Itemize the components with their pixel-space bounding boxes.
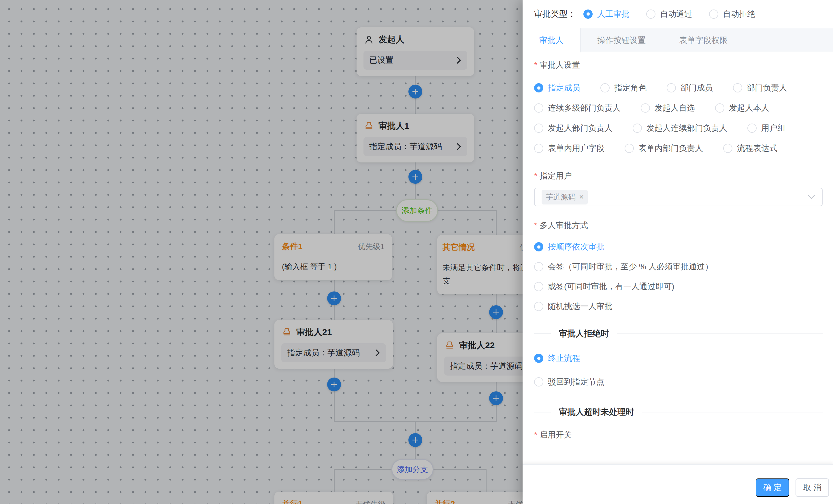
user-tag: 芋道源码 × [542, 190, 588, 204]
tag-close-icon[interactable]: × [579, 193, 584, 201]
radio-dot [625, 144, 634, 153]
radio-dept-leader[interactable]: 部门负责人 [733, 82, 787, 93]
radio-dot [646, 9, 656, 19]
radio-dot [584, 9, 593, 19]
approval-type-options: 人工审批 自动通过 自动拒绝 [584, 9, 755, 20]
radio-process-expression[interactable]: 流程表达式 [723, 143, 777, 154]
section-title: 审批人拒绝时 [559, 328, 609, 339]
approver-setting-label: 审批人设置 [534, 59, 823, 71]
confirm-button[interactable]: 确 定 [756, 478, 789, 497]
radio-form-dept-leader[interactable]: 表单内部门负责人 [625, 143, 703, 154]
approval-type-label: 审批类型： [534, 8, 576, 20]
radio-initiator-consecutive-dept-leader[interactable]: 发起人连续部门负责人 [633, 123, 727, 134]
radio-dot [534, 282, 543, 291]
radio-return-to-node[interactable]: 驳回到指定节点 [534, 376, 823, 387]
panel-footer: 确 定 取 消 [523, 464, 833, 504]
divider-line [642, 412, 823, 412]
approver-setting-row: 连续多级部门负责人 发起人自选 发起人本人 [534, 103, 823, 114]
radio-designated-member[interactable]: 指定成员 [534, 82, 580, 93]
panel-tabs: 审批人 操作按钮设置 表单字段权限 [523, 28, 833, 52]
radio-dot [534, 302, 543, 311]
tab-form-field-permission[interactable]: 表单字段权限 [662, 28, 744, 52]
section-timeout: 审批人超时未处理时 [534, 406, 823, 418]
app-window: 发起人 已设置 审批人1 指定成员：芋道源码 添加条件 [0, 0, 833, 504]
approver-setting-row: 指定成员 指定角色 部门成员 部门负责人 [534, 82, 823, 93]
enable-switch-label: 启用开关 [534, 429, 823, 440]
radio-dot [633, 124, 642, 133]
radio-dot [534, 83, 543, 93]
radio-auto-pass[interactable]: 自动通过 [646, 9, 692, 20]
approver-setting-row: 发起人部门负责人 发起人连续部门负责人 用户组 [534, 123, 823, 134]
radio-manual-approve[interactable]: 人工审批 [584, 9, 629, 20]
radio-initiator-self-select[interactable]: 发起人自选 [641, 103, 695, 114]
radio-dot [641, 103, 650, 112]
divider-line [534, 412, 551, 412]
approval-type-row: 审批类型： 人工审批 自动通过 自动拒绝 [523, 0, 833, 28]
radio-dot [534, 262, 543, 271]
radio-dot [534, 242, 543, 251]
cancel-button[interactable]: 取 消 [795, 478, 829, 497]
panel-body[interactable]: 审批人设置 指定成员 指定角色 部门成员 部门负责人 连续多级部门负责人 发起人… [523, 52, 833, 445]
radio-dot [747, 124, 757, 133]
assigned-user-label: 指定用户 [534, 171, 823, 181]
radio-multi-level-dept-leader[interactable]: 连续多级部门负责人 [534, 103, 621, 114]
reject-options: 终止流程 驳回到指定节点 [534, 353, 823, 387]
assigned-user-select[interactable]: 芋道源码 × [534, 188, 823, 206]
section-title: 审批人超时未处理时 [559, 406, 634, 418]
radio-dot [667, 83, 676, 93]
tab-button-settings[interactable]: 操作按钮设置 [580, 28, 662, 52]
chevron-down-icon [808, 195, 815, 199]
multi-approve-options: 按顺序依次审批 会签（可同时审批，至少 % 人必须审批通过） 或签(可同时审批，… [534, 241, 823, 312]
radio-dot [534, 377, 543, 386]
approver-config-panel: 审批类型： 人工审批 自动通过 自动拒绝 审批人 操作按钮设置 表单字 [523, 0, 833, 504]
radio-dot [534, 144, 543, 153]
tab-approver[interactable]: 审批人 [523, 28, 580, 52]
radio-auto-reject[interactable]: 自动拒绝 [709, 9, 755, 20]
user-tag-text: 芋道源码 [546, 192, 576, 202]
radio-or-sign[interactable]: 或签(可同时审批，有一人通过即可) [534, 281, 823, 292]
radio-terminate-process[interactable]: 终止流程 [534, 353, 823, 364]
radio-dot [600, 83, 610, 93]
radio-form-user-field[interactable]: 表单内用户字段 [534, 143, 604, 154]
divider-line [617, 333, 823, 334]
radio-dot [715, 103, 724, 112]
approver-setting-row: 表单内用户字段 表单内部门负责人 流程表达式 [534, 143, 823, 154]
radio-dot [733, 83, 742, 93]
section-reject: 审批人拒绝时 [534, 328, 823, 339]
radio-sequential[interactable]: 按顺序依次审批 [534, 241, 823, 252]
divider-line [534, 333, 551, 334]
radio-dot [723, 144, 732, 153]
radio-countersign[interactable]: 会签（可同时审批，至少 % 人必须审批通过） [534, 261, 823, 272]
radio-initiator-dept-leader[interactable]: 发起人部门负责人 [534, 123, 613, 134]
radio-dot [534, 124, 543, 133]
radio-dot [534, 103, 543, 112]
radio-designated-role[interactable]: 指定角色 [600, 82, 646, 93]
radio-initiator-self[interactable]: 发起人本人 [715, 103, 769, 114]
radio-user-group[interactable]: 用户组 [747, 123, 785, 134]
multi-approve-label: 多人审批方式 [534, 220, 823, 231]
radio-dot [534, 354, 543, 363]
radio-dot [709, 9, 718, 19]
radio-random-one[interactable]: 随机挑选一人审批 [534, 301, 823, 312]
radio-dept-member[interactable]: 部门成员 [667, 82, 713, 93]
